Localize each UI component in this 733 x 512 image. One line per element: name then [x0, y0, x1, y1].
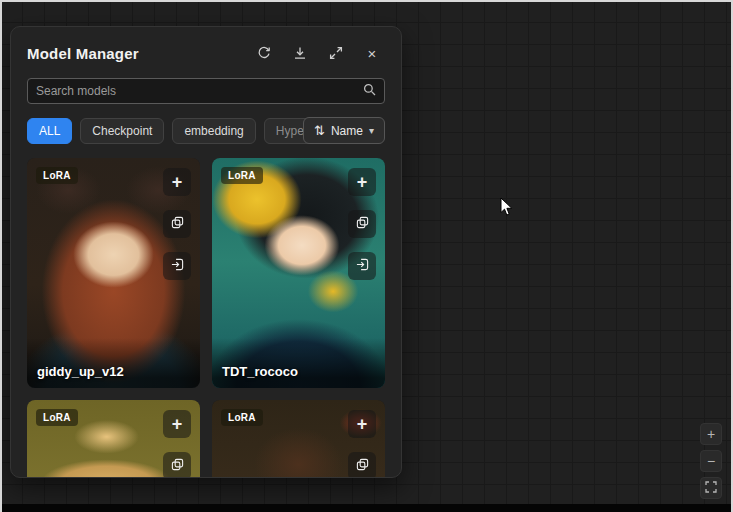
sort-label: Name: [331, 124, 363, 138]
model-name: TDT_rococo: [212, 338, 385, 388]
add-model-button[interactable]: +: [348, 168, 376, 196]
window-bottom-edge: [0, 504, 733, 512]
zoom-in-button[interactable]: +: [700, 423, 722, 445]
sort-dropdown[interactable]: ⇅ Name ▾: [303, 117, 385, 144]
search-box[interactable]: [27, 78, 385, 104]
add-model-button[interactable]: +: [163, 410, 191, 438]
canvas-zoom-controls: + −: [700, 423, 722, 499]
app-canvas[interactable]: { "colors": { "accent": "#2F84F0", "pane…: [0, 0, 733, 512]
expand-button[interactable]: [321, 40, 351, 66]
search-input[interactable]: [36, 84, 363, 98]
model-type-badge: LoRA: [36, 167, 78, 184]
copy-model-button[interactable]: [163, 210, 191, 238]
load-model-button[interactable]: [348, 252, 376, 280]
add-model-button[interactable]: +: [348, 410, 376, 438]
import-icon: [171, 258, 184, 274]
copy-icon: [171, 458, 184, 474]
load-model-button[interactable]: [163, 252, 191, 280]
zoom-out-button[interactable]: −: [700, 450, 722, 472]
import-icon: [356, 258, 369, 274]
filter-chip-embedding[interactable]: embedding: [172, 118, 255, 144]
model-name: giddy_up_v12: [27, 338, 200, 388]
model-card[interactable]: LoRA +: [212, 400, 385, 478]
download-icon: [293, 46, 307, 60]
model-type-badge: LoRA: [221, 409, 263, 426]
sort-icon: ⇅: [314, 123, 325, 138]
copy-icon: [171, 216, 184, 232]
filter-chip-all[interactable]: ALL: [27, 118, 72, 144]
close-button[interactable]: ×: [357, 40, 387, 66]
mouse-cursor: [500, 197, 514, 221]
model-manager-panel: Model Manager: [10, 26, 402, 478]
copy-model-button[interactable]: [163, 452, 191, 478]
model-card[interactable]: LoRA +: [27, 400, 200, 478]
refresh-icon: [257, 46, 271, 60]
model-type-badge: LoRA: [36, 409, 78, 426]
model-type-badge: LoRA: [221, 167, 263, 184]
filter-chip-checkpoint[interactable]: Checkpoint: [80, 118, 164, 144]
model-card-grid: LoRA + giddy_up: [27, 158, 385, 478]
search-icon: [363, 82, 376, 100]
copy-icon: [356, 216, 369, 232]
copy-model-button[interactable]: [348, 210, 376, 238]
download-button[interactable]: [285, 40, 315, 66]
copy-model-button[interactable]: [348, 452, 376, 478]
fit-view-button[interactable]: [700, 477, 722, 499]
chevron-down-icon: ▾: [369, 125, 374, 136]
panel-title: Model Manager: [27, 45, 243, 62]
model-card[interactable]: LoRA + giddy_up: [27, 158, 200, 388]
add-model-button[interactable]: +: [163, 168, 191, 196]
close-icon: ×: [368, 45, 377, 62]
filter-bar: ALL Checkpoint embedding Hype ⇅ Name ▾: [27, 117, 385, 144]
copy-icon: [356, 458, 369, 474]
panel-header: Model Manager: [11, 27, 401, 74]
expand-icon: [329, 46, 343, 60]
model-card[interactable]: LoRA + TDT_roco: [212, 158, 385, 388]
refresh-button[interactable]: [249, 40, 279, 66]
fit-view-icon: [705, 481, 717, 495]
